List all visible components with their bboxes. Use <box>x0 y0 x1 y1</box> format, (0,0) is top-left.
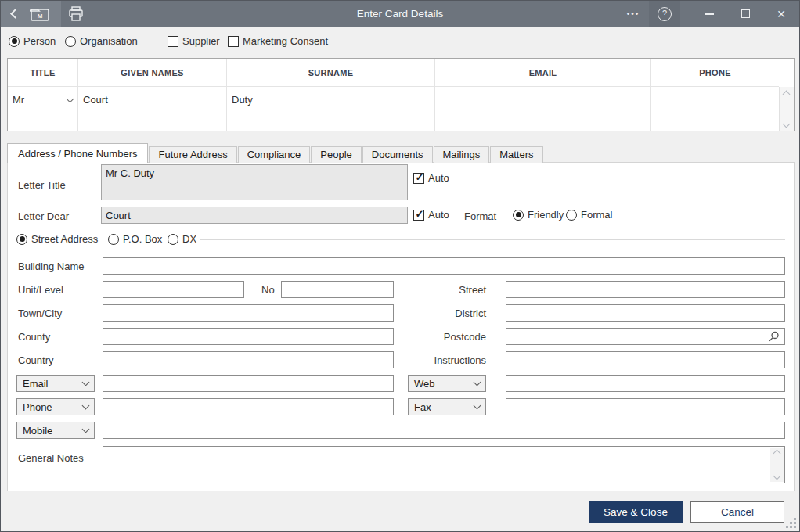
cancel-button[interactable]: Cancel <box>690 501 784 523</box>
resize-grip[interactable] <box>787 519 796 528</box>
tab-future-address[interactable]: Future Address <box>149 146 236 163</box>
tab-documents[interactable]: Documents <box>362 146 433 163</box>
format-formal-radio[interactable]: Formal <box>566 209 612 221</box>
building-name-input[interactable] <box>103 257 785 275</box>
web-type-select[interactable]: Web <box>408 375 486 392</box>
tab-address-phone-numbers[interactable]: Address / Phone Numbers <box>7 143 148 163</box>
tab-mailings[interactable]: Mailings <box>434 146 490 163</box>
search-icon[interactable] <box>768 331 780 343</box>
person-radio-label: Person <box>23 35 56 47</box>
person-radio[interactable]: Person <box>9 35 56 47</box>
phone-cell[interactable] <box>651 113 779 131</box>
unit-level-input[interactable] <box>103 281 244 298</box>
radio-circle <box>108 234 119 245</box>
dx-radio[interactable]: DX <box>168 233 196 245</box>
street-address-label: Street Address <box>31 233 98 245</box>
scroll-up-icon[interactable] <box>783 91 791 99</box>
county-input[interactable] <box>103 328 394 345</box>
email-input[interactable] <box>103 375 394 392</box>
marketing-consent-checkbox-label: Marketing Consent <box>243 35 328 47</box>
title-cell[interactable] <box>8 113 78 131</box>
letter-dear-label: Letter Dear <box>18 210 69 222</box>
postcode-label: Postcode <box>408 331 486 343</box>
section-divider <box>200 239 785 240</box>
close-button[interactable]: ✕ <box>763 1 799 27</box>
email-type-select[interactable]: Email <box>16 375 95 392</box>
surname-cell[interactable] <box>227 113 435 131</box>
scroll-down-icon[interactable] <box>783 120 791 128</box>
minimize-icon <box>705 13 714 15</box>
instructions-input[interactable] <box>506 351 785 368</box>
surname-cell[interactable]: Duty <box>227 87 435 113</box>
chevron-down-icon <box>474 379 481 386</box>
country-input[interactable] <box>103 351 394 368</box>
scroll-down-icon[interactable] <box>773 473 781 480</box>
notes-scrollbar[interactable] <box>770 448 784 482</box>
district-input[interactable] <box>506 304 785 322</box>
table-row <box>8 113 779 131</box>
save-and-close-button[interactable]: Save & Close <box>589 501 683 523</box>
phone-type-value: Phone <box>23 401 52 413</box>
maximize-button[interactable] <box>727 1 763 27</box>
fax-input[interactable] <box>506 398 785 415</box>
letter-dear-auto-checkbox[interactable]: Auto <box>413 209 449 221</box>
web-input[interactable] <box>506 375 785 392</box>
street-input[interactable] <box>506 281 785 298</box>
format-friendly-radio[interactable]: Friendly <box>513 209 564 221</box>
tab-people[interactable]: People <box>311 146 361 163</box>
postcode-input[interactable] <box>506 328 785 345</box>
table-row: Mr Court Duty <box>8 87 779 113</box>
radio-circle <box>513 210 524 221</box>
tab-compliance[interactable]: Compliance <box>238 146 311 163</box>
table-scrollbar[interactable] <box>779 87 794 131</box>
phone-type-select[interactable]: Phone <box>16 398 95 415</box>
letter-dear-input[interactable]: Court <box>101 207 408 224</box>
scroll-up-icon[interactable] <box>773 450 781 458</box>
mobile-type-value: Mobile <box>23 425 52 437</box>
organisation-radio[interactable]: Organisation <box>65 35 138 47</box>
general-notes-textarea[interactable] <box>103 446 785 483</box>
card-folder-button[interactable]: M <box>30 1 50 27</box>
country-label: Country <box>18 354 54 366</box>
column-header-email: EMAIL <box>435 59 651 87</box>
street-label: Street <box>408 284 486 296</box>
chevron-down-icon <box>82 426 90 433</box>
column-header-surname: SURNAME <box>227 59 435 87</box>
email-type-value: Email <box>23 378 49 390</box>
town-city-input[interactable] <box>103 304 394 322</box>
given-names-cell[interactable] <box>78 113 227 131</box>
more-options-button[interactable]: ••• <box>618 1 649 27</box>
email-cell[interactable] <box>435 87 651 113</box>
mobile-type-select[interactable]: Mobile <box>16 422 95 439</box>
title-cell-dropdown[interactable]: Mr <box>8 87 78 113</box>
town-city-label: Town/City <box>18 307 62 319</box>
format-label: Format <box>464 210 496 222</box>
dx-label: DX <box>182 233 196 245</box>
phone-input[interactable] <box>103 398 394 415</box>
letter-title-auto-checkbox[interactable]: Auto <box>413 172 449 184</box>
auto-label: Auto <box>428 209 449 221</box>
checkbox-box <box>413 210 424 221</box>
minimize-button[interactable] <box>691 1 727 27</box>
fax-type-select[interactable]: Fax <box>408 398 486 415</box>
marketing-consent-checkbox[interactable]: Marketing Consent <box>228 35 328 47</box>
mobile-input[interactable] <box>103 422 785 439</box>
tab-matters[interactable]: Matters <box>490 146 542 163</box>
organisation-radio-label: Organisation <box>80 35 138 47</box>
supplier-checkbox[interactable]: Supplier <box>168 35 220 47</box>
po-box-radio[interactable]: P.O. Box <box>108 233 162 245</box>
given-names-cell[interactable]: Court <box>78 87 227 113</box>
letter-title-input[interactable]: Mr C. Duty <box>101 164 408 200</box>
no-input[interactable] <box>281 281 394 298</box>
help-button[interactable]: ? <box>649 1 680 27</box>
street-address-radio[interactable]: Street Address <box>16 233 98 245</box>
email-cell[interactable] <box>435 113 651 131</box>
svg-text:M: M <box>38 13 43 20</box>
radio-circle <box>65 36 76 47</box>
phone-cell[interactable] <box>651 87 779 113</box>
print-button[interactable] <box>61 1 91 27</box>
help-icon: ? <box>658 7 672 21</box>
back-button[interactable] <box>12 1 19 27</box>
enter-card-details-dialog: M Enter Card Details ••• ? ✕ Person Orga… <box>0 0 800 532</box>
instructions-label: Instructions <box>408 354 486 366</box>
